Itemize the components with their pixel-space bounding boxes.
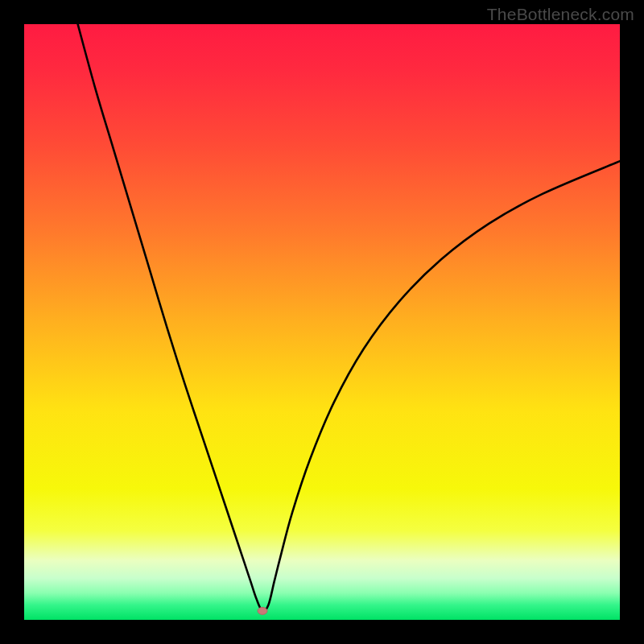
bottleneck-chart bbox=[24, 24, 620, 620]
minimum-marker bbox=[258, 607, 267, 614]
watermark-text: TheBottleneck.com bbox=[487, 5, 634, 24]
gradient-background bbox=[24, 24, 620, 620]
chart-frame bbox=[24, 24, 620, 620]
